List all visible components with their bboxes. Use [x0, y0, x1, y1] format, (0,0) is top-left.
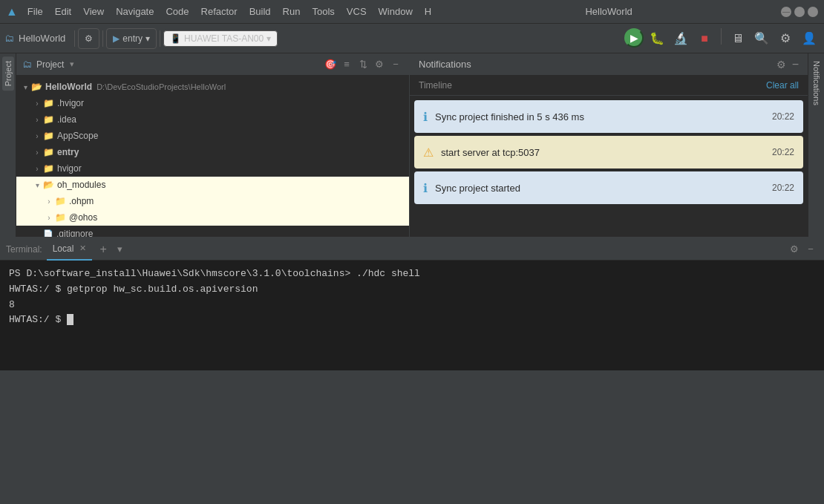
tree-item-appscope[interactable]: › 📁 AppScope — [16, 128, 409, 144]
debug-button[interactable]: 🐛 — [647, 28, 667, 49]
profile-button[interactable]: 🔬 — [670, 28, 691, 49]
run-button[interactable]: ▶ — [624, 28, 644, 48]
sidebar-item-project[interactable]: Project — [2, 56, 14, 91]
terminal-title: Terminal: — [6, 244, 42, 255]
menu-vcs[interactable]: VCS — [341, 4, 372, 19]
ohpm-arrow: › — [43, 197, 55, 206]
device-dropdown-icon: ▾ — [267, 33, 271, 44]
notifications-close-icon[interactable]: − — [792, 58, 799, 71]
notifications-settings-icon[interactable]: ⚙ — [776, 59, 786, 71]
menu-edit[interactable]: Edit — [50, 4, 76, 19]
idea-arrow: › — [31, 116, 43, 124]
minimize-button[interactable]: — — [781, 7, 791, 17]
account-button[interactable]: 👤 — [799, 28, 820, 49]
panel-close-btn[interactable]: − — [388, 57, 403, 72]
appscope-folder-icon: 📁 — [43, 131, 54, 141]
terminal-line-3: 8 — [9, 298, 815, 313]
tree-item-ohos[interactable]: › 📁 @ohos — [16, 209, 409, 226]
hvigor2-arrow: › — [31, 165, 43, 173]
device-manager-button[interactable]: 🖥 — [727, 28, 748, 49]
tree-item-hvigor2[interactable]: › 📁 hvigor — [16, 160, 409, 177]
notifications-timeline-label: Timeline — [419, 80, 766, 91]
hvigor2-name: hvigor — [57, 163, 82, 174]
scope-btn[interactable]: 🎯 — [323, 57, 338, 72]
notifications-header: Notifications ⚙ − — [410, 53, 808, 76]
menu-view[interactable]: View — [78, 4, 109, 19]
menu-h[interactable]: H — [419, 4, 436, 19]
tree-root[interactable]: ▾ 📂 HelloWorld D:\DevEcoStudioProjects\H… — [16, 79, 409, 95]
right-sidebar-notifications-label[interactable]: Notifications — [811, 56, 823, 110]
terminal-options-btn[interactable]: ▾ — [114, 243, 125, 255]
ohos-name: @ohos — [69, 212, 97, 223]
add-terminal-btn[interactable]: + — [97, 243, 109, 256]
notification-3-time: 20:22 — [772, 183, 794, 193]
entry-folder-icon: 📁 — [43, 147, 54, 157]
menu-file[interactable]: File — [22, 4, 48, 19]
root-folder-icon: 📂 — [31, 82, 42, 92]
device-icon: 📱 — [170, 33, 181, 44]
clear-all-button[interactable]: Clear all — [766, 80, 799, 91]
entry-arrow: › — [31, 148, 43, 157]
entry-dropdown-icon: ▾ — [145, 33, 150, 44]
app-icon: ▲ — [6, 5, 18, 19]
tree-item-hvigor[interactable]: › 📁 .hvigor — [16, 95, 409, 111]
project-name-label: HelloWorld — [19, 33, 65, 44]
entry-label: entry — [122, 33, 143, 44]
terminal-line-1: PS D:\software_install\Huawei\Sdk\hmscor… — [9, 266, 815, 282]
terminal-minimize-btn[interactable]: − — [803, 242, 818, 257]
menu-navigate[interactable]: Navigate — [111, 4, 159, 19]
tree-item-entry[interactable]: › 📁 entry — [16, 144, 409, 160]
expand-btn[interactable]: ⇅ — [356, 57, 370, 72]
notification-item-3[interactable]: ℹ Sync project started 20:22 — [414, 171, 803, 204]
root-path: D:\DevEcoStudioProjects\HelloWorl — [97, 82, 226, 91]
title-bar: ▲ File Edit View Navigate Code Refactor … — [0, 0, 824, 24]
search-button[interactable]: 🔍 — [751, 28, 772, 49]
stop-button[interactable]: ■ — [694, 28, 715, 49]
menu-code[interactable]: Code — [160, 4, 194, 19]
notifications-title: Notifications — [419, 59, 776, 70]
terminal-line-4: HWTAS:/ $ — [9, 312, 815, 328]
idea-name: .idea — [57, 114, 76, 125]
root-name: HelloWorld — [45, 82, 92, 92]
device-selector-btn[interactable]: 📱 HUAWEI TAS-AN00 ▾ — [163, 30, 278, 47]
menu-build[interactable]: Build — [244, 4, 276, 19]
project-panel-header: 🗂 Project ▾ 🎯 ≡ ⇅ ⚙ − — [16, 53, 409, 76]
tree-item-ohpm[interactable]: › 📁 .ohpm — [16, 193, 409, 209]
settings-button[interactable]: ⚙ — [775, 28, 796, 49]
menu-tools[interactable]: Tools — [307, 4, 339, 19]
collapse-all-btn[interactable]: ≡ — [339, 57, 354, 72]
notification-item-1[interactable]: ℹ Sync project finished in 5 s 436 ms 20… — [414, 100, 803, 133]
panel-settings-btn[interactable]: ⚙ — [372, 57, 387, 72]
oh-modules-folder-icon: 📂 — [43, 180, 54, 190]
local-tab-label: Local — [53, 243, 74, 254]
ohpm-folder-icon: 📁 — [55, 196, 66, 206]
maximize-button[interactable]: □ — [794, 7, 805, 17]
toolbar-right-actions: ▶ 🐛 🔬 ■ 🖥 🔍 ⚙ 👤 — [624, 28, 820, 49]
notification-item-2[interactable]: ⚠ start server at tcp:5037 20:22 — [414, 136, 803, 168]
menu-run[interactable]: Run — [278, 4, 306, 19]
settings-icon-btn[interactable]: ⚙ — [78, 28, 99, 49]
notification-2-text: start server at tcp:5037 — [441, 147, 765, 158]
local-tab-close[interactable]: ✕ — [79, 243, 86, 253]
title-project-name: HelloWorld — [436, 6, 781, 17]
entry-module-btn[interactable]: ▶ entry ▾ — [106, 28, 157, 49]
toolbar-separator-2 — [102, 30, 103, 47]
hvigor-arrow: › — [31, 99, 43, 108]
toolbar-separator-1 — [74, 30, 75, 47]
project-panel-folder-icon: 🗂 — [22, 59, 32, 70]
close-button[interactable]: ✕ — [808, 7, 818, 17]
ohpm-name: .ohpm — [69, 196, 94, 206]
menu-bar: File Edit View Navigate Code Refactor Bu… — [22, 4, 436, 19]
menu-refactor[interactable]: Refactor — [196, 4, 243, 19]
tree-item-idea[interactable]: › 📁 .idea — [16, 111, 409, 128]
entry-name: entry — [57, 147, 79, 157]
appscope-name: AppScope — [57, 131, 98, 141]
menu-window[interactable]: Window — [373, 4, 418, 19]
project-panel-dropdown-icon[interactable]: ▾ — [70, 59, 74, 69]
terminal-content[interactable]: PS D:\software_install\Huawei\Sdk\hmscor… — [0, 261, 824, 370]
notification-2-warning-icon: ⚠ — [423, 145, 434, 160]
terminal-tab-local[interactable]: Local ✕ — [47, 238, 93, 261]
terminal-settings-btn[interactable]: ⚙ — [787, 242, 802, 257]
hvigor2-folder-icon: 📁 — [43, 163, 54, 174]
tree-item-oh-modules[interactable]: ▾ 📂 oh_modules — [16, 177, 409, 193]
